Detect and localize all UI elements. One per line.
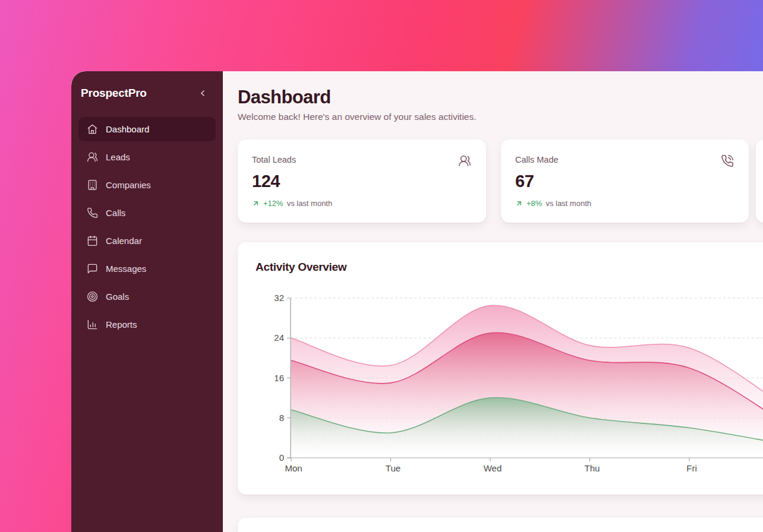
stat-card-partial bbox=[756, 140, 763, 223]
home-icon-wrap bbox=[87, 124, 98, 135]
trend-percent: +8% bbox=[526, 199, 542, 208]
svg-text:Fri: Fri bbox=[686, 463, 697, 473]
sidebar-item-label: Dashboard bbox=[106, 124, 149, 134]
target-icon bbox=[87, 291, 98, 302]
calendar-icon bbox=[87, 235, 98, 246]
sidebar-item-calendar[interactable]: Calendar bbox=[78, 229, 216, 253]
sidebar-item-label: Goals bbox=[106, 292, 129, 302]
svg-text:Tue: Tue bbox=[386, 463, 401, 473]
target-icon-wrap bbox=[87, 291, 98, 302]
phone-icon bbox=[87, 207, 98, 218]
sidebar-item-messages[interactable]: Messages bbox=[78, 256, 216, 281]
sidebar-item-label: Leads bbox=[106, 152, 130, 162]
stat-label: Calls Made bbox=[515, 155, 733, 164]
stat-trend: +8%vs last month bbox=[515, 199, 733, 208]
message-square-icon-wrap bbox=[87, 263, 98, 274]
svg-text:Wed: Wed bbox=[484, 463, 502, 473]
stat-card-icon-wrap bbox=[458, 154, 471, 167]
users-round-icon bbox=[458, 154, 471, 167]
svg-text:Thu: Thu bbox=[585, 463, 600, 473]
sidebar-header: ProspectPro bbox=[71, 71, 223, 100]
svg-text:Mon: Mon bbox=[285, 463, 302, 473]
activity-overview-chart: 08162432MonTueWedThuFri bbox=[256, 279, 763, 484]
sidebar-collapse-button[interactable] bbox=[197, 87, 209, 99]
svg-text:16: 16 bbox=[274, 373, 284, 383]
trend-note: vs last month bbox=[287, 199, 333, 208]
stat-card-icon-wrap bbox=[721, 154, 734, 167]
stat-label: Total Leads bbox=[252, 155, 471, 164]
sidebar-item-label: Calls bbox=[106, 208, 125, 218]
home-icon bbox=[87, 124, 98, 135]
trend-arrow-wrap bbox=[252, 200, 260, 207]
sidebar-item-goals[interactable]: Goals bbox=[78, 284, 216, 309]
arrow-up-right-icon bbox=[515, 200, 523, 207]
phone-icon-wrap bbox=[87, 207, 98, 218]
message-square-icon bbox=[87, 263, 98, 274]
trend-note: vs last month bbox=[546, 199, 591, 208]
arrow-up-right-icon bbox=[252, 200, 260, 207]
users-round-icon-wrap bbox=[87, 151, 98, 163]
chart-title: Activity Overview bbox=[256, 261, 346, 274]
svg-text:8: 8 bbox=[279, 413, 284, 423]
partial-bottom-card bbox=[238, 518, 763, 532]
sidebar-item-label: Companies bbox=[106, 180, 151, 190]
activity-overview-card: Activity Overview 08162432MonTueWedThuFr… bbox=[238, 242, 763, 495]
calendar-icon-wrap bbox=[87, 235, 98, 246]
sidebar-item-label: Reports bbox=[106, 319, 137, 330]
stat-card-total-leads: Total Leads124+12%vs last month bbox=[238, 140, 486, 223]
sidebar-item-companies[interactable]: Companies bbox=[78, 173, 216, 197]
building-icon bbox=[87, 179, 98, 191]
sidebar-item-label: Messages bbox=[106, 264, 146, 274]
sidebar: ProspectPro DashboardLeadsCompaniesCalls… bbox=[71, 71, 223, 532]
stat-value: 124 bbox=[252, 172, 471, 191]
app-logo: ProspectPro bbox=[81, 87, 147, 100]
chevron-left-icon bbox=[198, 88, 207, 98]
page-subtitle: Welcome back! Here's an overview of your… bbox=[238, 112, 477, 122]
sidebar-item-dashboard[interactable]: Dashboard bbox=[78, 117, 216, 141]
users-round-icon bbox=[87, 151, 98, 163]
svg-text:32: 32 bbox=[274, 293, 284, 303]
phone-call-icon bbox=[721, 154, 734, 167]
page-title: Dashboard bbox=[238, 87, 331, 108]
building-icon-wrap bbox=[87, 179, 98, 191]
svg-text:24: 24 bbox=[274, 332, 284, 343]
main-content: Dashboard Welcome back! Here's an overvi… bbox=[223, 71, 763, 532]
sidebar-item-calls[interactable]: Calls bbox=[78, 201, 216, 225]
app-window: ProspectPro DashboardLeadsCompaniesCalls… bbox=[71, 71, 763, 532]
stat-value: 67 bbox=[515, 172, 733, 191]
sidebar-item-label: Calendar bbox=[106, 236, 142, 246]
stat-card-calls-made: Calls Made67+8%vs last month bbox=[501, 140, 749, 223]
bar-chart-icon bbox=[87, 319, 98, 330]
sidebar-nav: DashboardLeadsCompaniesCallsCalendarMess… bbox=[71, 117, 223, 337]
bar-chart-icon-wrap bbox=[87, 319, 98, 330]
stat-trend: +12%vs last month bbox=[252, 199, 471, 208]
sidebar-item-reports[interactable]: Reports bbox=[78, 312, 216, 337]
trend-arrow-wrap bbox=[515, 200, 523, 207]
svg-text:0: 0 bbox=[279, 452, 284, 463]
sidebar-item-leads[interactable]: Leads bbox=[78, 145, 216, 169]
desktop-background: { "sidebar": { "logo": "ProspectPro", "c… bbox=[0, 0, 763, 532]
trend-percent: +12% bbox=[263, 199, 283, 208]
